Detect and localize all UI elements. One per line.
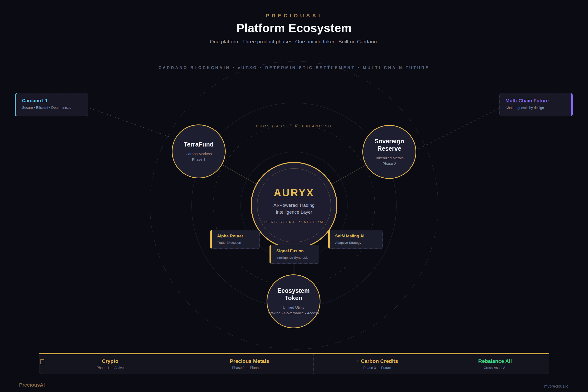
ecosystem-token-node[interactable]: Ecosystem Token Unified Utility Staking … — [266, 274, 320, 328]
sovereign-reserve-name: Sovereign Reserve — [369, 138, 410, 152]
footer-brand: PreciousAI — [19, 382, 44, 388]
cardano-l1-title: Cardano L1 — [22, 98, 82, 104]
signal-fusion-subtitle: Intelligence Synthesis — [276, 256, 319, 260]
phase-crypto-label: Crypto — [102, 358, 118, 364]
auryx-description: AI-Powered Trading Intelligence Layer — [274, 202, 314, 216]
phase-carbon-credits-label: + Carbon Credits — [356, 358, 398, 364]
sovereign-reserve-node[interactable]: Sovereign Reserve Tokenized Metals Phase… — [362, 125, 416, 179]
self-healing-ai-subtitle: Adaptive Strategy — [335, 241, 382, 244]
platform-ecosystem-diagram: PRECIOUSAI Platform Ecosystem One platfo… — [0, 0, 588, 392]
auryx-name: AURYX — [274, 187, 314, 199]
phase-precious-metals-label: + Precious Metals — [226, 358, 269, 364]
phase-crypto[interactable]: Crypto Phase 1 — Active — [40, 354, 181, 374]
connector-cardano-terrafund — [89, 108, 176, 139]
multichain-future-card[interactable]: Multi-Chain Future Chain-agnostic by des… — [499, 93, 573, 116]
terrafund-node[interactable]: TerraFund Carbon Markets Phase 3 — [172, 124, 226, 178]
terrafund-sub: Carbon Markets Phase 3 — [186, 151, 212, 162]
phase-rebalance-all-label: Rebalance All — [478, 358, 512, 364]
auryx-center-node[interactable]: AURYX AI-Powered Trading Intelligence La… — [251, 162, 337, 249]
phase-carbon-credits[interactable]: + Carbon Credits Phase 3 — Future — [314, 354, 441, 374]
multichain-future-subtitle: Chain-agnostic by design — [506, 106, 566, 110]
footer-site: myprecious.io — [544, 384, 568, 388]
ecosystem-token-sub: Unified Utility Staking • Governance • A… — [268, 304, 319, 316]
phase-crypto-status: Phase 1 — Active — [96, 366, 124, 370]
sovereign-reserve-sub: Tokenized Metals Phase 2 — [375, 155, 404, 166]
page-title: Platform Ecosystem — [0, 21, 588, 35]
alpha-router-card[interactable]: Alpha Router Trade Execution — [210, 230, 260, 249]
placeholder-glyph-icon — [40, 359, 44, 364]
phase-precious-metals[interactable]: + Precious Metals Phase 2 — Planned — [181, 354, 314, 374]
self-healing-ai-card[interactable]: Self-Healing AI Adaptive Strategy — [328, 230, 383, 249]
terrafund-name: TerraFund — [184, 141, 214, 148]
phase-carbon-credits-status: Phase 3 — Future — [363, 366, 391, 370]
ecosystem-token-name: Ecosystem Token — [274, 287, 314, 302]
multichain-future-title: Multi-Chain Future — [506, 98, 566, 104]
cardano-l1-card[interactable]: Cardano L1 Secure • Efficient • Determin… — [15, 93, 88, 116]
phase-precious-metals-status: Phase 2 — Planned — [232, 366, 263, 370]
connector-multichain-sovereign — [417, 108, 499, 150]
signal-fusion-title: Signal Fusion — [276, 249, 319, 254]
page-subtitle: One platform. Three product phases. One … — [0, 39, 588, 44]
phase-timeline-bar: Crypto Phase 1 — Active + Precious Metal… — [39, 353, 549, 374]
persistent-platform-badge: PERSISTENT PLATFORM — [264, 220, 324, 224]
signal-fusion-card[interactable]: Signal Fusion Intelligence Synthesis — [270, 245, 319, 264]
phase-rebalance-all[interactable]: Rebalance All Cross-Asset AI — [441, 354, 549, 374]
alpha-router-subtitle: Trade Execution — [217, 241, 260, 244]
cross-asset-rebalancing-label: CROSS-ASSET REBALANCING — [0, 124, 588, 128]
brand-label: PRECIOUSAI — [0, 13, 588, 18]
phase-rebalance-all-status: Cross-Asset AI — [484, 366, 506, 370]
blockchain-tagline: CARDANO BLOCKCHAIN • eUTXO • DETERMINIST… — [0, 66, 588, 70]
alpha-router-title: Alpha Router — [217, 234, 260, 239]
self-healing-ai-title: Self-Healing AI — [335, 234, 382, 239]
cardano-l1-subtitle: Secure • Efficient • Deterministic — [22, 106, 82, 110]
